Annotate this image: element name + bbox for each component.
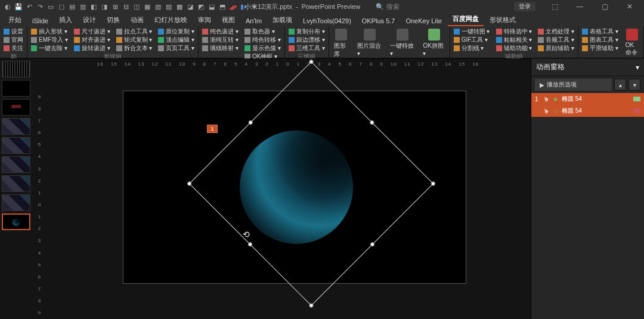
qat-icon[interactable]: ▧ xyxy=(154,2,162,11)
ribbon-button[interactable]: 原始辅助 ▾ xyxy=(537,44,575,52)
slide-thumbnail[interactable] xyxy=(2,61,30,78)
ribbon-big-button[interactable]: 图形库 xyxy=(332,27,352,60)
slide-thumbnail[interactable] xyxy=(2,175,30,192)
tab-加载项[interactable]: 加载项 xyxy=(268,14,297,26)
ribbon-big-button[interactable]: 图片混合 ▾ xyxy=(355,27,384,60)
animation-tag[interactable]: 1 xyxy=(207,125,218,133)
anim-timeline-bar[interactable] xyxy=(633,97,640,101)
rotate-handle-icon[interactable]: ⟲ xyxy=(243,230,252,239)
tab-开始[interactable]: 开始 xyxy=(4,14,26,26)
qat-icon[interactable]: ⊟ xyxy=(122,2,130,11)
ribbon-button[interactable]: 分割线 ▾ xyxy=(453,44,491,52)
resize-handle[interactable] xyxy=(308,302,314,308)
tab-插入[interactable]: 插入 xyxy=(54,14,77,26)
ribbon-button[interactable]: 纯色递进 ▾ xyxy=(201,27,240,35)
qat-icon[interactable]: ⬓ xyxy=(208,2,216,11)
play-selected-button[interactable]: ▶ 播放所选项 xyxy=(535,79,612,91)
ribbon-button[interactable]: 显示色值 ▾ xyxy=(243,44,282,52)
tab-动画[interactable]: 动画 xyxy=(126,14,148,26)
resize-handle[interactable] xyxy=(369,120,375,126)
ribbon-button[interactable]: GIF工具 ▾ xyxy=(453,36,491,44)
pane-menu-icon[interactable]: ▾ xyxy=(636,63,639,72)
qat-icon[interactable]: ▨ xyxy=(165,2,173,11)
qat-icon[interactable]: ▤ xyxy=(68,2,76,11)
login-button[interactable]: 登录 xyxy=(514,2,535,11)
ribbon-button[interactable]: 表格工具 ▾ xyxy=(581,27,620,35)
tab-审阅[interactable]: 审阅 xyxy=(193,14,216,26)
ribbon-big-button[interactable]: 一键特效 ▾ xyxy=(388,27,417,60)
tab-an'lm[interactable]: An'lm xyxy=(241,16,267,26)
ribbon-button[interactable]: 一键去除 ▾ xyxy=(30,44,69,52)
selection-box[interactable] xyxy=(189,61,434,306)
slide-thumbnail[interactable] xyxy=(2,194,30,211)
ribbon-button[interactable]: 辅助功能 ▾ xyxy=(495,44,534,52)
ribbon-button[interactable]: 拉点工具 ▾ xyxy=(115,27,154,35)
ribbon-button[interactable]: 三维工具 ▾ xyxy=(287,44,326,52)
resize-handle[interactable] xyxy=(187,181,193,187)
tab-形状格式[interactable]: 形状格式 xyxy=(485,14,521,26)
slide-thumbnail[interactable] xyxy=(2,118,30,135)
ribbon-options-icon[interactable]: ⬚ xyxy=(543,0,566,13)
minimize-icon[interactable]: — xyxy=(568,0,592,13)
undo-icon[interactable]: ↶ xyxy=(25,2,33,11)
ribbon-button[interactable]: 官网 xyxy=(2,36,24,44)
ribbon-big-button[interactable]: OK拼图 ▾ xyxy=(420,27,447,60)
ribbon-button[interactable]: 设置 xyxy=(2,27,24,35)
ribbon-button[interactable]: 特殊选中 ▾ xyxy=(495,27,534,35)
ribbon-button[interactable]: 取色器 ▾ xyxy=(243,27,282,35)
redo-icon[interactable]: ↷ xyxy=(36,2,44,11)
ribbon-button[interactable]: 文档处理 ▾ xyxy=(537,27,575,35)
animation-item[interactable]: 1 🖱 ★ 椭圆 54 xyxy=(531,93,644,105)
close-icon[interactable]: ✕ xyxy=(618,0,642,13)
tab-幻灯片放映[interactable]: 幻灯片放映 xyxy=(150,14,192,26)
ribbon-button[interactable]: 图表工具 ▾ xyxy=(581,36,620,44)
qat-icon[interactable]: ◫ xyxy=(132,2,141,11)
ribbon-button[interactable]: 原位复制 ▾ xyxy=(157,27,196,35)
qat-icon[interactable]: ◨ xyxy=(100,2,109,11)
save-icon[interactable]: 💾 xyxy=(14,2,23,11)
move-up-button[interactable]: ▴ xyxy=(614,79,626,91)
qat-icon[interactable]: ▢ xyxy=(57,2,66,11)
search-box[interactable]: 🔍 搜索 xyxy=(376,2,400,11)
tab-lvyhtools(0429)[interactable]: LvyhTools(0429) xyxy=(298,16,356,26)
ribbon-button[interactable]: EMF导入 ▾ xyxy=(30,36,69,44)
tab-视图[interactable]: 视图 xyxy=(217,14,240,26)
font-color-icon[interactable]: ◢▾ xyxy=(229,2,237,11)
autosave-icon[interactable]: ◐ xyxy=(4,2,12,11)
slide-stage[interactable]: 1615141312111098765432101234567891011121… xyxy=(45,58,531,319)
qat-icon[interactable]: ⬒ xyxy=(218,2,227,11)
slide-thumbnail[interactable]: 3000 xyxy=(2,99,30,116)
slide-thumbnail[interactable] xyxy=(2,80,30,97)
tab-切换[interactable]: 切换 xyxy=(102,14,125,26)
qat-icon[interactable]: ◩ xyxy=(197,2,205,11)
resize-handle[interactable] xyxy=(430,181,436,187)
ribbon-button[interactable]: 尺寸递进 ▾ xyxy=(73,27,112,35)
slide-thumbnail[interactable] xyxy=(2,213,30,230)
tab-onekey lite[interactable]: OneKey Lite xyxy=(401,16,447,26)
ribbon-button[interactable]: 音频工具 ▾ xyxy=(537,36,575,44)
ribbon-button[interactable]: 对齐递进 ▾ xyxy=(73,36,112,44)
qat-icon[interactable]: ▥ xyxy=(79,2,87,11)
slide-canvas[interactable]: ⟲ 1 xyxy=(123,91,466,284)
tab-okplus 5.7[interactable]: OKPlus 5.7 xyxy=(357,16,400,26)
tab-islide[interactable]: iSlide xyxy=(27,16,53,26)
ribbon-button[interactable]: 插入形状 ▾ xyxy=(30,27,69,35)
ribbon-button[interactable]: 复制分布 ▾ xyxy=(287,27,326,35)
ribbon-button[interactable]: 渐纯互转 ▾ xyxy=(201,36,240,44)
qat-icon[interactable]: ▦ xyxy=(143,2,151,11)
ribbon-button[interactable]: 拆合文本 ▾ xyxy=(115,44,154,52)
ribbon-button[interactable]: 跟边漂移 ▾ xyxy=(287,36,326,44)
ribbon-button[interactable]: 页页工具 ▾ xyxy=(157,44,196,52)
resize-handle[interactable] xyxy=(370,241,376,247)
qat-icon[interactable]: ▭ xyxy=(47,2,55,11)
ribbon-button[interactable]: 关注 xyxy=(2,44,24,52)
ribbon-button[interactable]: 平滑辅助 ▾ xyxy=(581,44,620,52)
ribbon-button[interactable]: 旋转递进 ▾ xyxy=(73,44,112,52)
ribbon-big-button[interactable]: OK命令 xyxy=(623,27,641,58)
slide-thumbnails[interactable]: 3000 xyxy=(0,58,33,319)
resize-handle[interactable] xyxy=(247,241,253,247)
qat-icon[interactable]: ⊞ xyxy=(111,2,119,11)
ribbon-button[interactable]: 矩式复制 ▾ xyxy=(115,36,154,44)
ribbon-button[interactable]: 纯色转移 ▾ xyxy=(243,36,282,44)
ribbon-button[interactable]: 一键转图 ▾ xyxy=(453,27,491,35)
